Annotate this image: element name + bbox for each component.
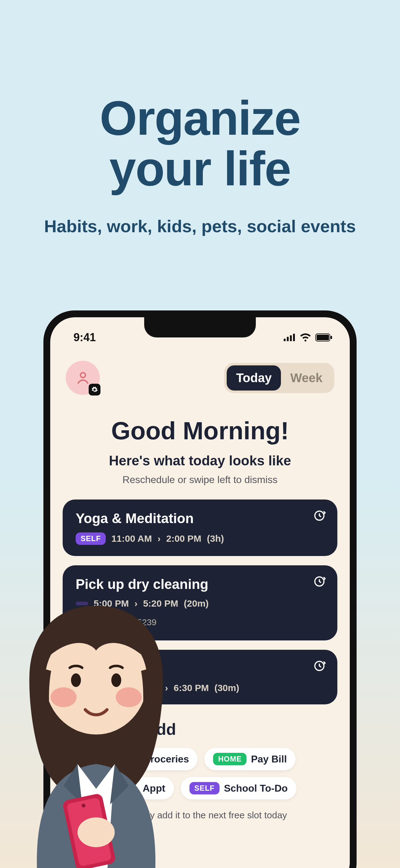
- reschedule-button[interactable]: [312, 575, 326, 588]
- gear-icon: [91, 386, 98, 393]
- hero-title: Organize your life: [0, 93, 400, 194]
- hero: Organize your life Habits, work, kids, p…: [0, 0, 400, 236]
- svg-rect-3: [293, 334, 295, 341]
- greeting-title: Good Morning!: [63, 416, 337, 445]
- hero-subtitle: Habits, work, kids, pets, social events: [0, 216, 400, 236]
- task-card[interactable]: Yoga & Meditation SELF 11:00 AM › 2:00 P…: [63, 499, 337, 556]
- task-duration: (30m): [214, 683, 239, 693]
- wifi-icon: [300, 333, 311, 341]
- cellular-icon: [284, 334, 296, 341]
- avatar[interactable]: [66, 361, 100, 395]
- svg-rect-0: [284, 339, 286, 341]
- hero-title-line1: Organize: [100, 91, 300, 145]
- phone-notch: [144, 317, 256, 337]
- status-icons: [284, 333, 333, 341]
- task-badge: SELF: [76, 532, 106, 545]
- top-row: Today Week: [50, 348, 350, 395]
- clock-arrow-icon: [312, 509, 326, 523]
- person-illustration: [9, 587, 183, 868]
- svg-point-15: [111, 673, 121, 687]
- svg-point-13: [116, 687, 142, 707]
- reschedule-button[interactable]: [312, 659, 326, 673]
- greeting-hint: Reschedule or swipe left to dismiss: [63, 474, 337, 486]
- toggle-today[interactable]: Today: [227, 365, 281, 391]
- svg-point-7: [80, 373, 85, 377]
- toggle-week[interactable]: Week: [281, 365, 332, 391]
- status-time: 9:41: [73, 331, 96, 344]
- chip-label: Pay Bill: [251, 753, 287, 765]
- marketing-page: Organize your life Habits, work, kids, p…: [0, 0, 400, 868]
- reschedule-button[interactable]: [312, 509, 326, 523]
- chip-school-todo[interactable]: SELF School To-Do: [181, 777, 296, 799]
- svg-rect-2: [290, 335, 292, 341]
- task-meta: SELF 11:00 AM › 2:00 PM (3h): [76, 532, 324, 545]
- svg-point-14: [71, 673, 81, 687]
- svg-rect-6: [331, 336, 332, 339]
- chip-pay-bill[interactable]: HOME Pay Bill: [204, 748, 296, 770]
- chip-label: School To-Do: [224, 783, 288, 794]
- task-duration: (20m): [184, 598, 209, 609]
- svg-rect-5: [316, 335, 329, 340]
- chip-badge: SELF: [190, 782, 220, 795]
- greeting: Good Morning! Here's what today looks li…: [50, 416, 350, 486]
- chevron-right-icon: ›: [158, 533, 161, 544]
- clock-arrow-icon: [312, 575, 326, 588]
- chip-badge: HOME: [213, 753, 246, 765]
- task-title: Yoga & Meditation: [76, 511, 324, 526]
- task-start: 11:00 AM: [111, 533, 152, 544]
- svg-point-19: [77, 817, 115, 847]
- clock-arrow-icon: [312, 659, 326, 673]
- svg-point-12: [51, 687, 76, 707]
- task-duration: (3h): [207, 533, 224, 544]
- greeting-subtitle: Here's what today looks like: [63, 453, 337, 468]
- battery-icon: [315, 333, 333, 341]
- task-end: 2:00 PM: [166, 533, 201, 544]
- view-toggle: Today Week: [224, 363, 334, 393]
- hero-title-line2: your life: [109, 142, 291, 195]
- settings-badge[interactable]: [89, 384, 100, 396]
- svg-rect-1: [287, 337, 289, 341]
- person-icon: [74, 369, 92, 386]
